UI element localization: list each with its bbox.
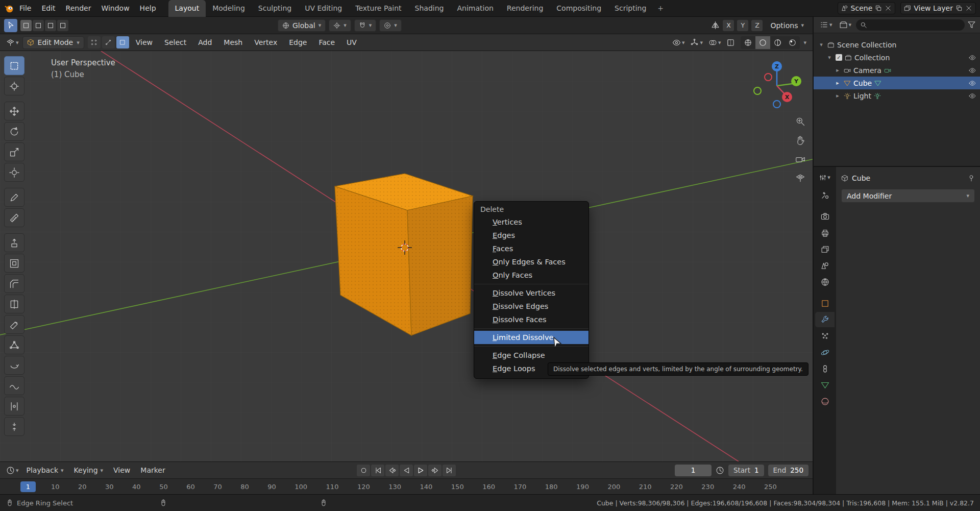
next-keyframe-button[interactable] [428, 465, 442, 476]
menu-playback[interactable]: Playback▾ [22, 466, 68, 474]
tab-uv-editing[interactable]: UV Editing [298, 0, 349, 17]
menu-edit[interactable]: Edit [36, 0, 60, 16]
outliner-display-mode-dropdown[interactable]: ▾ [837, 18, 854, 31]
pin-icon[interactable] [968, 175, 975, 182]
menu-marker[interactable]: Marker [136, 466, 169, 474]
tab-physics-properties[interactable] [815, 345, 835, 360]
tab-tool-properties[interactable] [815, 187, 835, 203]
tab-sculpting[interactable]: Sculpting [252, 0, 298, 17]
play-reverse-button[interactable] [400, 465, 413, 476]
solid-shading-button[interactable] [755, 36, 770, 49]
transform-orientation-dropdown[interactable]: Global ▾ [278, 19, 326, 32]
snapping-dropdown[interactable]: ▾ [354, 19, 377, 32]
active-tool-button[interactable] [4, 19, 17, 32]
collection-checkbox[interactable]: ✓ [836, 54, 842, 61]
tool-smooth[interactable] [4, 376, 24, 395]
menu-timeline-view[interactable]: View [109, 466, 135, 474]
menu-edge[interactable]: Edge [284, 38, 312, 46]
timeline-ruler[interactable]: 1020304050607080901001101201301401501601… [0, 478, 813, 494]
menu-item-edges[interactable]: Edges [474, 229, 589, 242]
overlays-dropdown[interactable]: ▾ [706, 36, 723, 49]
filter-icon[interactable] [967, 20, 976, 29]
current-frame-field[interactable]: 1 [675, 465, 712, 476]
new-view-layer-icon[interactable] [955, 5, 963, 12]
remove-scene-icon[interactable] [885, 5, 892, 12]
tool-bevel[interactable] [4, 274, 24, 293]
add-modifier-dropdown[interactable]: Add Modifier ▾ [841, 189, 975, 203]
tool-spin[interactable] [4, 356, 24, 375]
outliner-row-collection[interactable]: ▾ ✓ Collection [814, 51, 980, 64]
menu-item-vertices[interactable]: Vertices [474, 215, 589, 229]
tool-select-box[interactable] [4, 56, 24, 75]
gizmo-x-neg-axis[interactable] [765, 74, 772, 81]
properties-editor-type-selector[interactable]: ▾ [817, 171, 832, 184]
remove-view-layer-icon[interactable] [965, 5, 972, 12]
pivot-point-dropdown[interactable]: ▾ [329, 19, 351, 32]
tab-layout[interactable]: Layout [168, 0, 206, 17]
menu-window[interactable]: Window [96, 0, 134, 16]
tab-output-properties[interactable] [815, 225, 835, 240]
menu-item-dissolve-faces[interactable]: Dissolve Faces [474, 313, 589, 326]
jump-to-end-button[interactable] [443, 465, 456, 476]
select-mode-subtract-button[interactable] [45, 20, 56, 31]
jump-to-start-button[interactable] [371, 465, 384, 476]
tab-view-layer-properties[interactable] [815, 241, 835, 257]
tool-loop-cut[interactable] [4, 295, 24, 313]
face-select-mode-button[interactable] [116, 36, 129, 48]
expand-caret-icon[interactable]: ▾ [818, 41, 825, 48]
menu-item-faces[interactable]: Faces [474, 242, 589, 255]
tool-annotate[interactable] [4, 188, 24, 207]
tool-extrude-region[interactable] [4, 233, 24, 252]
playhead[interactable]: 1 [20, 481, 36, 492]
wireframe-shading-button[interactable] [741, 36, 755, 49]
menu-vertex[interactable]: Vertex [249, 38, 282, 46]
eye-icon[interactable] [969, 80, 976, 87]
tab-shading[interactable]: Shading [408, 0, 451, 17]
select-mode-new-button[interactable] [20, 20, 32, 31]
tab-modeling[interactable]: Modeling [206, 0, 252, 17]
expand-caret-icon[interactable]: ▾ [826, 54, 833, 61]
scene-selector[interactable]: Scene [838, 2, 896, 14]
tool-scale[interactable] [4, 142, 24, 161]
xray-toggle-button[interactable] [724, 36, 737, 49]
gizmos-dropdown[interactable]: ▾ [688, 36, 705, 49]
outliner-editor-type-selector[interactable]: ▾ [818, 18, 835, 31]
record-button[interactable] [357, 465, 370, 476]
outliner-row-scene-collection[interactable]: ▾ Scene Collection [814, 38, 980, 51]
show-object-types-dropdown[interactable]: ▾ [670, 36, 687, 49]
tab-render-properties[interactable] [815, 209, 835, 224]
gizmo-z-neg-axis[interactable] [773, 101, 780, 108]
menu-keying[interactable]: Keying▾ [69, 466, 108, 474]
menu-render[interactable]: Render [61, 0, 96, 16]
tab-constraint-properties[interactable] [815, 361, 835, 376]
menu-mesh[interactable]: Mesh [218, 38, 248, 46]
menu-uv[interactable]: UV [341, 38, 362, 46]
proportional-editing-dropdown[interactable]: ▾ [379, 19, 402, 32]
tab-object-properties[interactable] [815, 296, 835, 311]
tab-scene-properties[interactable] [815, 258, 835, 273]
menu-item-dissolve-vertices[interactable]: Dissolve Vertices [474, 286, 589, 300]
vertex-select-mode-button[interactable] [88, 36, 101, 48]
tab-particle-properties[interactable] [815, 328, 835, 344]
end-frame-field[interactable]: End 250 [768, 465, 808, 476]
outliner-row-light[interactable]: ▸ Light [814, 89, 980, 102]
tab-rendering[interactable]: Rendering [500, 0, 550, 17]
expand-caret-icon[interactable]: ▸ [834, 67, 841, 74]
tool-measure[interactable] [4, 208, 24, 227]
new-scene-icon[interactable] [875, 5, 882, 12]
rendered-shading-button[interactable] [785, 36, 800, 49]
timeline-editor-type-selector[interactable]: ▾ [4, 464, 21, 477]
editor-type-selector[interactable]: ▾ [4, 36, 21, 49]
tool-knife[interactable] [4, 315, 24, 334]
tool-edge-slide[interactable] [4, 397, 24, 416]
tool-cursor[interactable] [4, 77, 24, 95]
tab-texture-paint[interactable]: Texture Paint [349, 0, 408, 17]
play-button[interactable] [414, 465, 427, 476]
previous-keyframe-button[interactable] [385, 465, 399, 476]
expand-caret-icon[interactable]: ▸ [834, 80, 841, 86]
auto-keyframe-clock-icon[interactable] [716, 466, 724, 475]
outliner-row-cube[interactable]: ▸ Cube [814, 77, 980, 89]
mirror-z-button[interactable]: Z [751, 20, 763, 31]
edge-select-mode-button[interactable] [102, 36, 115, 48]
menu-view[interactable]: View [131, 38, 158, 46]
